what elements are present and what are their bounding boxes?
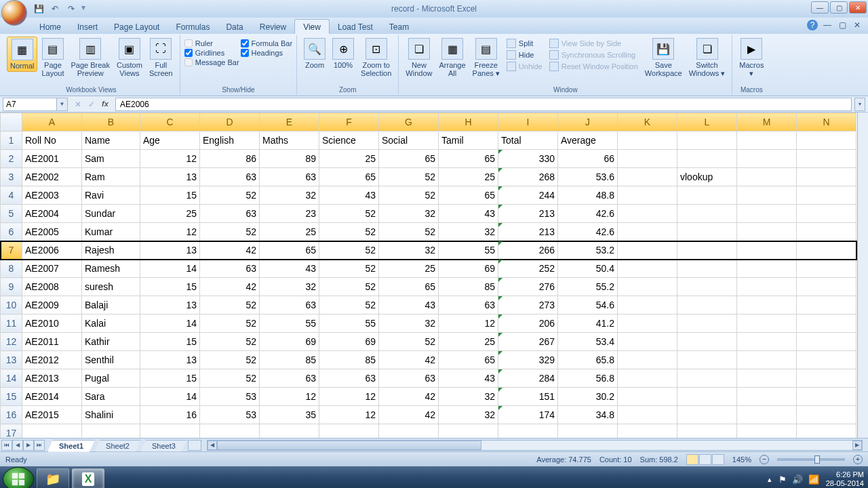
cell[interactable] [677,223,737,241]
cell[interactable] [797,150,856,168]
column-header[interactable]: E [260,113,319,131]
show-hidden-icons-icon[interactable]: ▴ [768,475,772,484]
start-button[interactable] [3,467,34,488]
cell[interactable]: Science [319,131,379,150]
column-header[interactable]: L [677,113,737,131]
cell[interactable]: 15 [140,333,200,351]
first-sheet-button[interactable]: ⏮ [1,440,12,451]
prev-sheet-button[interactable]: ◀ [12,440,23,451]
cell[interactable] [737,424,797,439]
cell[interactable]: 52 [319,205,379,223]
cell[interactable]: 12 [140,223,200,241]
full-screen-button[interactable]: ⛶Full Screen [146,37,176,79]
gridlines-checkbox[interactable]: Gridlines [184,49,239,57]
cell[interactable]: 65 [319,168,379,186]
normal-view-button[interactable]: ▦Normal [7,37,37,72]
cell[interactable]: Balaji [82,296,140,314]
cell[interactable] [737,296,797,314]
row-header[interactable]: 5 [1,205,22,223]
cell[interactable]: 42 [379,406,439,424]
cell[interactable]: AE2009 [22,296,82,314]
cell[interactable]: Maths [260,131,319,150]
cell[interactable]: 52 [200,333,260,351]
zoom-button[interactable]: 🔍Zoom [301,37,328,70]
cell[interactable]: 12 [260,388,319,406]
cell[interactable]: Senthil [82,351,140,369]
cell[interactable] [618,223,677,241]
cell[interactable]: 50.4 [558,260,618,278]
cell[interactable] [797,369,856,388]
cell[interactable]: 284 [498,369,558,388]
cell[interactable]: 42 [200,278,260,296]
cell[interactable]: 85 [319,351,379,369]
minimize-button[interactable]: — [811,1,829,14]
cell[interactable] [677,241,737,260]
column-header[interactable]: D [200,113,260,131]
cell[interactable]: 52 [200,223,260,241]
arrange-all-button[interactable]: ▦Arrange All [436,37,468,79]
cell[interactable] [618,424,677,439]
cell[interactable]: 55 [439,241,498,260]
cell[interactable] [319,424,379,439]
cell[interactable] [618,369,677,388]
page-break-preview-button[interactable]: ▥Page Break Preview [68,37,112,79]
cell[interactable] [797,205,856,223]
page-layout-view-icon[interactable] [699,454,711,465]
zoom-slider-thumb[interactable] [814,455,820,464]
cell[interactable]: 65 [260,241,319,260]
cell[interactable]: 69 [319,333,379,351]
row-header[interactable]: 11 [1,314,22,333]
cell[interactable]: AE2011 [22,333,82,351]
cell[interactable]: 55.2 [558,278,618,296]
cell[interactable]: Sam [82,150,140,168]
formula-input[interactable]: AE2006 [115,98,852,111]
cell[interactable] [618,296,677,314]
cell[interactable]: 329 [498,351,558,369]
cell[interactable]: Kathir [82,333,140,351]
cell[interactable]: Average [558,131,618,150]
network-icon[interactable]: 🔊 [792,474,803,485]
cell[interactable]: Name [82,131,140,150]
cell[interactable]: 48.8 [558,186,618,205]
cell[interactable] [797,333,856,351]
row-header[interactable]: 15 [1,388,22,406]
cell[interactable]: 32 [260,186,319,205]
cell[interactable] [677,260,737,278]
save-icon[interactable]: 💾 [33,3,45,15]
column-header[interactable]: B [82,113,140,131]
cell[interactable] [618,186,677,205]
message-bar-checkbox[interactable]: Message Bar [184,58,239,66]
cell[interactable]: 65.8 [558,351,618,369]
cell[interactable]: 65 [379,150,439,168]
cell[interactable]: 65 [439,186,498,205]
cell[interactable]: 15 [140,369,200,388]
cell[interactable] [737,278,797,296]
normal-view-icon[interactable] [686,454,698,465]
cell[interactable] [618,131,677,150]
cell[interactable]: Age [140,131,200,150]
cell[interactable]: 66 [558,150,618,168]
cell[interactable] [677,186,737,205]
cell[interactable]: 65 [439,351,498,369]
cell[interactable]: 12 [319,406,379,424]
cell[interactable] [618,241,677,260]
cell[interactable] [737,223,797,241]
zoom-level[interactable]: 145% [732,455,751,464]
cell[interactable]: 42.6 [558,223,618,241]
tab-data[interactable]: Data [218,20,251,34]
scroll-thumb[interactable] [217,441,481,450]
tab-insert[interactable]: Insert [69,20,106,34]
row-header[interactable]: 2 [1,150,22,168]
cell[interactable]: 69 [260,333,319,351]
cell[interactable] [677,406,737,424]
sheet-tab[interactable]: Sheet3 [140,440,187,452]
cell[interactable]: 14 [140,388,200,406]
row-header[interactable]: 8 [1,260,22,278]
cell[interactable]: 34.8 [558,406,618,424]
clock[interactable]: 6:26 PM 28-05-2014 [826,470,864,488]
cell[interactable] [498,424,558,439]
cell[interactable] [618,150,677,168]
cell[interactable] [797,241,856,260]
cell[interactable] [797,223,856,241]
cell[interactable]: 252 [498,260,558,278]
